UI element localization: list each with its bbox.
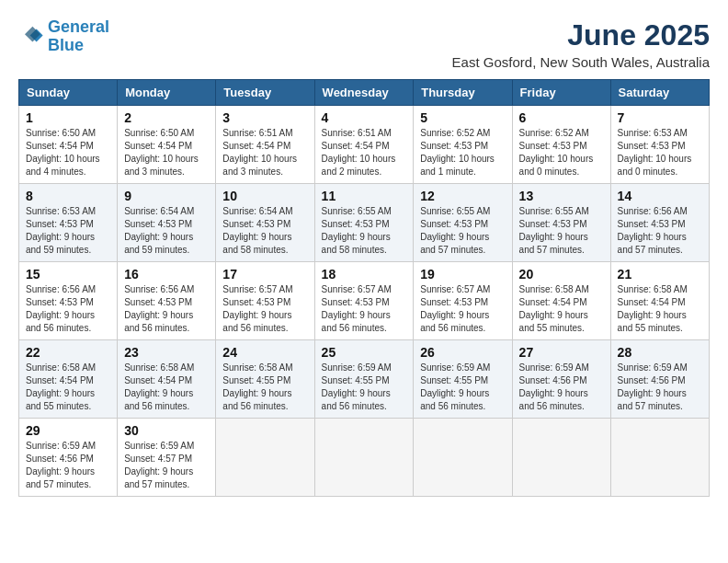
calendar-cell	[314, 419, 414, 497]
logo-line2: Blue	[48, 36, 84, 54]
day-info: Sunrise: 6:55 AMSunset: 4:53 PMDaylight:…	[519, 205, 604, 257]
logo: General Blue	[18, 18, 109, 55]
day-number: 26	[420, 345, 505, 360]
day-info: Sunrise: 6:59 AMSunset: 4:56 PMDaylight:…	[26, 440, 110, 491]
calendar-cell: 10Sunrise: 6:54 AMSunset: 4:53 PMDayligh…	[216, 184, 314, 262]
day-info: Sunrise: 6:59 AMSunset: 4:55 PMDaylight:…	[420, 362, 505, 413]
calendar-week-row: 29Sunrise: 6:59 AMSunset: 4:56 PMDayligh…	[19, 419, 710, 497]
calendar-cell: 24Sunrise: 6:58 AMSunset: 4:55 PMDayligh…	[216, 340, 314, 419]
day-info: Sunrise: 6:56 AMSunset: 4:53 PMDaylight:…	[26, 283, 110, 335]
calendar-cell: 20Sunrise: 6:58 AMSunset: 4:54 PMDayligh…	[512, 262, 610, 340]
day-info: Sunrise: 6:51 AMSunset: 4:54 PMDaylight:…	[322, 127, 407, 178]
day-number: 25	[322, 345, 407, 360]
calendar-cell: 16Sunrise: 6:56 AMSunset: 4:53 PMDayligh…	[118, 262, 216, 340]
day-number: 3	[222, 110, 307, 125]
day-number: 13	[519, 189, 604, 203]
month-title: June 2025	[452, 18, 710, 52]
day-info: Sunrise: 6:59 AMSunset: 4:55 PMDaylight:…	[322, 362, 407, 413]
calendar-week-row: 22Sunrise: 6:58 AMSunset: 4:54 PMDayligh…	[19, 340, 710, 419]
calendar-cell: 13Sunrise: 6:55 AMSunset: 4:53 PMDayligh…	[512, 184, 610, 262]
calendar-cell	[216, 419, 314, 497]
day-info: Sunrise: 6:58 AMSunset: 4:54 PMDaylight:…	[124, 362, 209, 413]
location-title: East Gosford, New South Wales, Australia	[452, 54, 710, 70]
day-number: 1	[26, 110, 110, 125]
calendar-cell	[512, 419, 610, 497]
day-info: Sunrise: 6:53 AMSunset: 4:53 PMDaylight:…	[618, 127, 702, 178]
calendar-cell	[414, 419, 512, 497]
calendar-cell	[610, 419, 709, 497]
day-number: 5	[420, 110, 505, 125]
calendar-cell: 2Sunrise: 6:50 AMSunset: 4:54 PMDaylight…	[118, 106, 216, 184]
calendar-cell: 4Sunrise: 6:51 AMSunset: 4:54 PMDaylight…	[314, 106, 414, 184]
calendar-cell: 27Sunrise: 6:59 AMSunset: 4:56 PMDayligh…	[512, 340, 610, 419]
weekday-header-tuesday: Tuesday	[216, 80, 314, 106]
calendar-cell: 28Sunrise: 6:59 AMSunset: 4:56 PMDayligh…	[610, 340, 709, 419]
calendar-header-row: SundayMondayTuesdayWednesdayThursdayFrid…	[19, 80, 710, 106]
calendar-cell: 14Sunrise: 6:56 AMSunset: 4:53 PMDayligh…	[610, 184, 709, 262]
calendar-cell: 7Sunrise: 6:53 AMSunset: 4:53 PMDaylight…	[610, 106, 709, 184]
calendar-week-row: 8Sunrise: 6:53 AMSunset: 4:53 PMDaylight…	[19, 184, 710, 262]
day-info: Sunrise: 6:54 AMSunset: 4:53 PMDaylight:…	[124, 205, 209, 257]
calendar-cell: 30Sunrise: 6:59 AMSunset: 4:57 PMDayligh…	[118, 419, 216, 497]
day-info: Sunrise: 6:58 AMSunset: 4:54 PMDaylight:…	[618, 283, 702, 335]
calendar-week-row: 1Sunrise: 6:50 AMSunset: 4:54 PMDaylight…	[19, 106, 710, 184]
calendar-table: SundayMondayTuesdayWednesdayThursdayFrid…	[18, 79, 710, 497]
calendar-week-row: 15Sunrise: 6:56 AMSunset: 4:53 PMDayligh…	[19, 262, 710, 340]
day-number: 7	[618, 110, 702, 125]
day-info: Sunrise: 6:58 AMSunset: 4:54 PMDaylight:…	[26, 362, 110, 413]
day-info: Sunrise: 6:51 AMSunset: 4:54 PMDaylight:…	[222, 127, 307, 178]
calendar-cell: 5Sunrise: 6:52 AMSunset: 4:53 PMDaylight…	[414, 106, 512, 184]
day-number: 28	[618, 345, 702, 360]
day-info: Sunrise: 6:56 AMSunset: 4:53 PMDaylight:…	[618, 205, 702, 257]
day-number: 6	[519, 110, 604, 125]
calendar-cell: 8Sunrise: 6:53 AMSunset: 4:53 PMDaylight…	[19, 184, 118, 262]
day-number: 23	[124, 345, 209, 360]
day-number: 17	[222, 267, 307, 282]
calendar-cell: 19Sunrise: 6:57 AMSunset: 4:53 PMDayligh…	[414, 262, 512, 340]
day-info: Sunrise: 6:54 AMSunset: 4:53 PMDaylight:…	[222, 205, 307, 257]
day-number: 21	[618, 267, 702, 282]
day-info: Sunrise: 6:57 AMSunset: 4:53 PMDaylight:…	[420, 283, 505, 335]
day-info: Sunrise: 6:59 AMSunset: 4:56 PMDaylight:…	[519, 362, 604, 413]
day-number: 15	[26, 267, 110, 282]
day-number: 20	[519, 267, 604, 282]
day-info: Sunrise: 6:57 AMSunset: 4:53 PMDaylight:…	[322, 283, 407, 335]
day-number: 19	[420, 267, 505, 282]
weekday-header-sunday: Sunday	[19, 80, 118, 106]
page-header: General Blue June 2025 East Gosford, New…	[18, 18, 710, 70]
calendar-cell: 1Sunrise: 6:50 AMSunset: 4:54 PMDaylight…	[19, 106, 118, 184]
day-number: 24	[222, 345, 307, 360]
day-number: 14	[618, 189, 702, 203]
day-number: 12	[420, 189, 505, 203]
day-number: 11	[322, 189, 407, 203]
calendar-cell: 26Sunrise: 6:59 AMSunset: 4:55 PMDayligh…	[414, 340, 512, 419]
day-info: Sunrise: 6:59 AMSunset: 4:57 PMDaylight:…	[124, 440, 209, 491]
weekday-header-friday: Friday	[512, 80, 610, 106]
day-info: Sunrise: 6:52 AMSunset: 4:53 PMDaylight:…	[519, 127, 604, 178]
title-area: June 2025 East Gosford, New South Wales,…	[452, 18, 710, 70]
calendar-cell: 25Sunrise: 6:59 AMSunset: 4:55 PMDayligh…	[314, 340, 414, 419]
calendar-cell: 6Sunrise: 6:52 AMSunset: 4:53 PMDaylight…	[512, 106, 610, 184]
day-number: 8	[26, 189, 110, 203]
day-info: Sunrise: 6:50 AMSunset: 4:54 PMDaylight:…	[124, 127, 209, 178]
logo-text: General Blue	[48, 18, 109, 55]
calendar-cell: 21Sunrise: 6:58 AMSunset: 4:54 PMDayligh…	[610, 262, 709, 340]
logo-line1: General	[48, 17, 109, 36]
calendar-cell: 22Sunrise: 6:58 AMSunset: 4:54 PMDayligh…	[19, 340, 118, 419]
day-info: Sunrise: 6:52 AMSunset: 4:53 PMDaylight:…	[420, 127, 505, 178]
weekday-header-thursday: Thursday	[414, 80, 512, 106]
day-number: 29	[26, 423, 110, 438]
calendar-cell: 9Sunrise: 6:54 AMSunset: 4:53 PMDaylight…	[118, 184, 216, 262]
day-info: Sunrise: 6:58 AMSunset: 4:54 PMDaylight:…	[519, 283, 604, 335]
day-number: 22	[26, 345, 110, 360]
calendar-cell: 11Sunrise: 6:55 AMSunset: 4:53 PMDayligh…	[314, 184, 414, 262]
day-info: Sunrise: 6:58 AMSunset: 4:55 PMDaylight:…	[222, 362, 307, 413]
calendar-cell: 12Sunrise: 6:55 AMSunset: 4:53 PMDayligh…	[414, 184, 512, 262]
calendar-cell: 3Sunrise: 6:51 AMSunset: 4:54 PMDaylight…	[216, 106, 314, 184]
day-number: 16	[124, 267, 209, 282]
day-info: Sunrise: 6:55 AMSunset: 4:53 PMDaylight:…	[322, 205, 407, 257]
day-info: Sunrise: 6:53 AMSunset: 4:53 PMDaylight:…	[26, 205, 110, 257]
day-number: 9	[124, 189, 209, 203]
day-number: 30	[124, 423, 209, 438]
day-info: Sunrise: 6:56 AMSunset: 4:53 PMDaylight:…	[124, 283, 209, 335]
